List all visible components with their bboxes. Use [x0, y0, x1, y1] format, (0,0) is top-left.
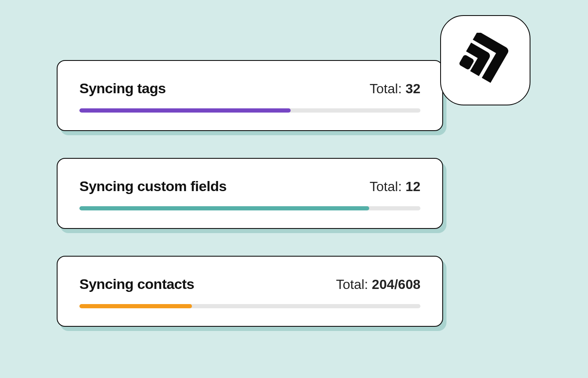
progress-track — [79, 206, 420, 210]
progress-fill — [79, 206, 369, 210]
total-value: 32 — [405, 81, 420, 96]
progress-fill — [79, 108, 291, 113]
card-total: Total: 12 — [370, 179, 420, 194]
sync-cards-container: Syncing tags Total: 32 Syncing custom fi… — [57, 60, 443, 354]
total-label: Total: — [370, 81, 405, 96]
card-title: Syncing custom fields — [79, 178, 226, 194]
sync-card-custom-fields: Syncing custom fields Total: 12 — [57, 158, 443, 229]
total-value: 12 — [405, 179, 420, 194]
progress-track — [79, 304, 420, 308]
progress-track — [79, 108, 420, 113]
card-title: Syncing tags — [79, 80, 166, 97]
signal-icon — [459, 33, 512, 88]
total-label: Total: — [370, 179, 405, 194]
card-total: Total: 204/608 — [336, 277, 420, 292]
progress-fill — [79, 304, 192, 308]
app-badge — [440, 15, 530, 105]
card-header: Syncing tags Total: 32 — [79, 80, 420, 97]
card-total: Total: 32 — [370, 81, 420, 97]
total-label: Total: — [336, 277, 372, 292]
sync-card-contacts: Syncing contacts Total: 204/608 — [57, 256, 443, 327]
card-header: Syncing custom fields Total: 12 — [79, 178, 420, 194]
total-value: 204/608 — [372, 277, 420, 292]
card-header: Syncing contacts Total: 204/608 — [79, 276, 420, 292]
sync-card-tags: Syncing tags Total: 32 — [57, 60, 443, 131]
card-title: Syncing contacts — [79, 276, 194, 292]
